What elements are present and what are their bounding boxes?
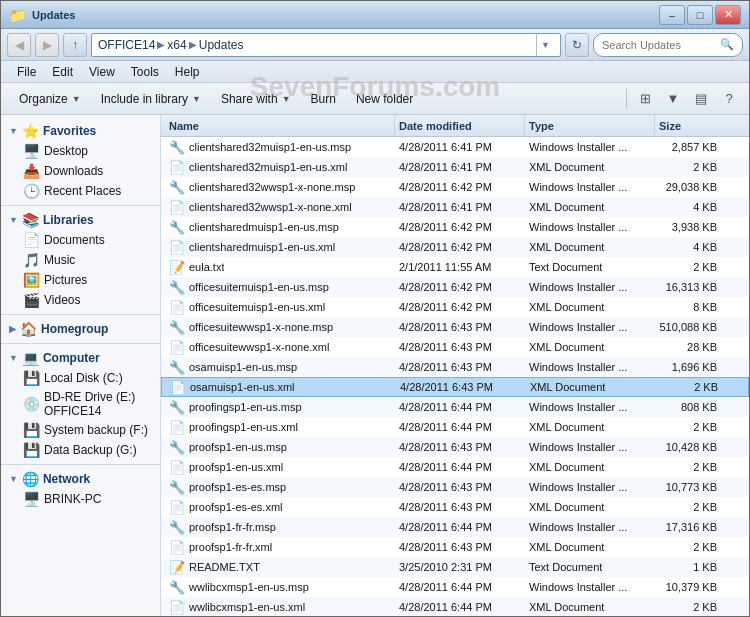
menu-view[interactable]: View <box>81 63 123 81</box>
computer-header[interactable]: ▼ 💻 Computer <box>1 348 160 368</box>
close-button[interactable]: ✕ <box>715 5 741 25</box>
file-type-cell: XML Document <box>525 501 655 513</box>
sidebar-item-documents[interactable]: 📄 Documents <box>1 230 160 250</box>
file-date-cell: 4/28/2011 6:43 PM <box>396 381 526 393</box>
file-name-cell: 🔧 officesuitewwsp1-x-none.msp <box>165 320 395 335</box>
menu-edit[interactable]: Edit <box>44 63 81 81</box>
col-header-name[interactable]: Name <box>165 115 395 136</box>
file-row[interactable]: 🔧 proofsp1-fr-fr.msp 4/28/2011 6:44 PM W… <box>161 517 749 537</box>
organize-button[interactable]: Organize ▼ <box>9 85 91 113</box>
burn-button[interactable]: Burn <box>301 85 346 113</box>
file-name-text: proofsp1-fr-fr.xml <box>189 541 272 553</box>
file-date-cell: 4/28/2011 6:43 PM <box>395 361 525 373</box>
file-row[interactable]: 📄 clientshared32wwsp1-x-none.xml 4/28/20… <box>161 197 749 217</box>
file-row[interactable]: 🔧 proofsp1-en-us.msp 4/28/2011 6:43 PM W… <box>161 437 749 457</box>
libraries-header[interactable]: ▼ 📚 Libraries <box>1 210 160 230</box>
file-row[interactable]: 📄 officesuitewwsp1-x-none.xml 4/28/2011 … <box>161 337 749 357</box>
file-name-cell: 📄 proofingsp1-en-us.xml <box>165 420 395 435</box>
back-button[interactable]: ◀ <box>7 33 31 57</box>
file-icon: 📄 <box>169 600 185 615</box>
col-header-size[interactable]: Size <box>655 115 725 136</box>
forward-button[interactable]: ▶ <box>35 33 59 57</box>
pane-button[interactable]: ▤ <box>689 87 713 111</box>
desktop-icon: 🖥️ <box>23 143 40 159</box>
file-row[interactable]: 📄 proofingsp1-en-us.xml 4/28/2011 6:44 P… <box>161 417 749 437</box>
file-row[interactable]: 📄 proofsp1-en-us.xml 4/28/2011 6:44 PM X… <box>161 457 749 477</box>
file-size-cell: 2 KB <box>655 461 725 473</box>
file-row[interactable]: 🔧 proofingsp1-en-us.msp 4/28/2011 6:44 P… <box>161 397 749 417</box>
col-header-type[interactable]: Type <box>525 115 655 136</box>
file-row[interactable]: 📄 osamuisp1-en-us.xml 4/28/2011 6:43 PM … <box>161 377 749 397</box>
minimize-button[interactable]: – <box>659 5 685 25</box>
system-backup-icon: 💾 <box>23 422 40 438</box>
sidebar-item-pictures[interactable]: 🖼️ Pictures <box>1 270 160 290</box>
file-type-cell: Windows Installer ... <box>525 401 655 413</box>
file-size-cell: 1 KB <box>655 561 725 573</box>
file-name-text: officesuitemuisp1-en-us.xml <box>189 301 325 313</box>
sidebar-item-desktop[interactable]: 🖥️ Desktop <box>1 141 160 161</box>
search-bar[interactable]: 🔍 <box>593 33 743 57</box>
navbar: ◀ ▶ ↑ OFFICE14 ▶ x64 ▶ Updates ▼ ↻ 🔍 <box>1 29 749 61</box>
view-options-button[interactable]: ▼ <box>661 87 685 111</box>
favorites-header[interactable]: ▼ ⭐ Favorites <box>1 121 160 141</box>
up-button[interactable]: ↑ <box>63 33 87 57</box>
downloads-icon: 📥 <box>23 163 40 179</box>
network-header[interactable]: ▼ 🌐 Network <box>1 469 160 489</box>
search-icon: 🔍 <box>720 38 734 51</box>
sidebar-item-system-backup[interactable]: 💾 System backup (F:) <box>1 420 160 440</box>
menu-help[interactable]: Help <box>167 63 208 81</box>
include-in-library-button[interactable]: Include in library ▼ <box>91 85 211 113</box>
search-input[interactable] <box>602 39 716 51</box>
new-folder-button[interactable]: New folder <box>346 85 423 113</box>
homegroup-header[interactable]: ▶ 🏠 Homegroup <box>1 319 160 339</box>
file-icon: 🔧 <box>169 400 185 415</box>
help-button[interactable]: ? <box>717 87 741 111</box>
change-view-button[interactable]: ⊞ <box>633 87 657 111</box>
sidebar-item-downloads[interactable]: 📥 Downloads <box>1 161 160 181</box>
file-row[interactable]: 🔧 officesuitewwsp1-x-none.msp 4/28/2011 … <box>161 317 749 337</box>
menu-tools[interactable]: Tools <box>123 63 167 81</box>
col-header-date[interactable]: Date modified <box>395 115 525 136</box>
sidebar-item-music[interactable]: 🎵 Music <box>1 250 160 270</box>
sidebar-item-local-disk[interactable]: 💾 Local Disk (C:) <box>1 368 160 388</box>
maximize-button[interactable]: □ <box>687 5 713 25</box>
menu-file[interactable]: File <box>9 63 44 81</box>
file-row[interactable]: 📄 proofsp1-es-es.xml 4/28/2011 6:43 PM X… <box>161 497 749 517</box>
sidebar-item-brink[interactable]: 🖥️ BRINK-PC <box>1 489 160 509</box>
libraries-section: ▼ 📚 Libraries 📄 Documents 🎵 Music 🖼️ Pic… <box>1 210 160 310</box>
toolbar-right: ⊞ ▼ ▤ ? <box>624 87 741 111</box>
file-icon: 📄 <box>169 240 185 255</box>
file-row[interactable]: 📄 wwlibcxmsp1-en-us.xml 4/28/2011 6:44 P… <box>161 597 749 617</box>
file-row[interactable]: 🔧 clientsharedmuisp1-en-us.msp 4/28/2011… <box>161 217 749 237</box>
favorites-section: ▼ ⭐ Favorites 🖥️ Desktop 📥 Downloads 🕒 R… <box>1 121 160 201</box>
videos-label: Videos <box>44 293 80 307</box>
file-row[interactable]: 🔧 clientshared32wwsp1-x-none.msp 4/28/20… <box>161 177 749 197</box>
sidebar-item-data-backup[interactable]: 💾 Data Backup (G:) <box>1 440 160 460</box>
file-row[interactable]: 📄 proofsp1-fr-fr.xml 4/28/2011 6:43 PM X… <box>161 537 749 557</box>
file-row[interactable]: 📄 clientsharedmuisp1-en-us.xml 4/28/2011… <box>161 237 749 257</box>
titlebar-left: 📁 Updates <box>9 7 75 23</box>
computer-icon: 💻 <box>22 350 39 366</box>
file-row[interactable]: 📝 README.TXT 3/25/2010 2:31 PM Text Docu… <box>161 557 749 577</box>
file-date-cell: 4/28/2011 6:41 PM <box>395 161 525 173</box>
file-row[interactable]: 📄 clientshared32muisp1-en-us.xml 4/28/20… <box>161 157 749 177</box>
file-type-cell: Windows Installer ... <box>525 581 655 593</box>
sidebar-item-bd-drive[interactable]: 💿 BD-RE Drive (E:) OFFICE14 <box>1 388 160 420</box>
file-row[interactable]: 🔧 wwlibcxmsp1-en-us.msp 4/28/2011 6:44 P… <box>161 577 749 597</box>
file-row[interactable]: 🔧 officesuitemuisp1-en-us.msp 4/28/2011 … <box>161 277 749 297</box>
address-dropdown[interactable]: ▼ <box>536 34 554 56</box>
file-date-cell: 4/28/2011 6:43 PM <box>395 341 525 353</box>
file-name-cell: 🔧 wwlibcxmsp1-en-us.msp <box>165 580 395 595</box>
file-type-cell: XML Document <box>525 601 655 613</box>
file-row[interactable]: 🔧 osamuisp1-en-us.msp 4/28/2011 6:43 PM … <box>161 357 749 377</box>
file-row[interactable]: 🔧 proofsp1-es-es.msp 4/28/2011 6:43 PM W… <box>161 477 749 497</box>
refresh-button[interactable]: ↻ <box>565 33 589 57</box>
file-row[interactable]: 📄 officesuitemuisp1-en-us.xml 4/28/2011 … <box>161 297 749 317</box>
sidebar-item-videos[interactable]: 🎬 Videos <box>1 290 160 310</box>
file-size-cell: 4 KB <box>655 241 725 253</box>
address-bar[interactable]: OFFICE14 ▶ x64 ▶ Updates ▼ <box>91 33 561 57</box>
sidebar-item-recent[interactable]: 🕒 Recent Places <box>1 181 160 201</box>
file-row[interactable]: 📝 eula.txt 2/1/2011 11:55 AM Text Docume… <box>161 257 749 277</box>
share-with-button[interactable]: Share with ▼ <box>211 85 301 113</box>
file-row[interactable]: 🔧 clientshared32muisp1-en-us.msp 4/28/20… <box>161 137 749 157</box>
